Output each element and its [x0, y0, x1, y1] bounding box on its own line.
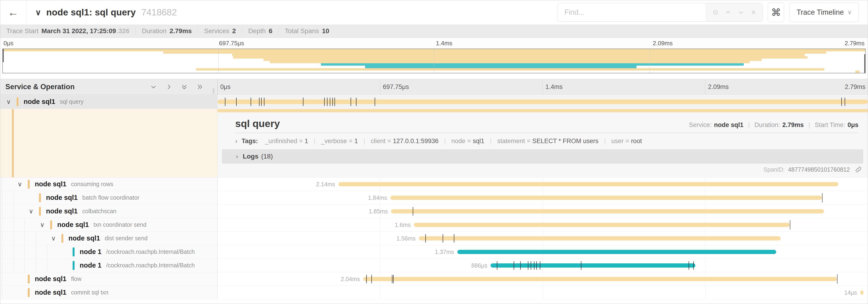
operation-name: consuming rows [71, 181, 113, 188]
log-marker [251, 98, 251, 106]
tags-accordion[interactable]: › Tags: _unfinished=1|_verbose=1|client=… [217, 137, 868, 145]
expand-all-icon[interactable] [196, 83, 203, 90]
span-bar[interactable] [363, 277, 837, 281]
tree-chevron-icon[interactable]: ∨ [29, 208, 39, 215]
minimap-left-handle[interactable] [3, 49, 4, 62]
span-bar[interactable] [419, 236, 781, 240]
log-marker [514, 261, 514, 270]
view-selector-button[interactable]: Trace Timeline ∨ [789, 3, 859, 22]
indent-guide [2, 109, 2, 177]
back-button[interactable]: ← [0, 0, 26, 25]
span-timeline-cell: 1.37ms [217, 245, 868, 259]
timeline-section: Service & Operation ∥ 0μs 697.75μs 1.4ms… [0, 79, 868, 299]
logs-accordion[interactable]: › Logs (18) [222, 149, 863, 163]
span-timeline-cell: 14μs [217, 286, 868, 299]
log-marker [531, 261, 531, 270]
timeline-column-line [217, 218, 218, 231]
log-marker [454, 234, 454, 243]
deep-link-icon[interactable] [855, 166, 862, 173]
span-bar[interactable] [860, 291, 864, 295]
tag-separator: | [444, 138, 446, 144]
timeline-column-line [217, 177, 218, 191]
minimap-canvas[interactable] [2, 48, 866, 73]
span-tree-item[interactable]: ∨node sql1dist sender send [0, 232, 217, 245]
log-marker [261, 98, 261, 106]
indent-guide [2, 245, 2, 259]
start-time-meta-label: Start Time: [815, 122, 845, 129]
tree-chevron-icon[interactable]: ∨ [18, 180, 28, 188]
tag-key: statement [497, 138, 525, 144]
span-tree-item[interactable]: ∨node sql1consuming rows [0, 177, 217, 191]
service-name: node sql1 [46, 194, 78, 202]
tags-label: Tags: [242, 138, 258, 145]
tree-chevron-icon[interactable]: ∨ [51, 235, 61, 242]
collapse-all-icon[interactable] [181, 83, 188, 90]
span-tree-item[interactable]: node 1/cockroach.roachpb.Internal/Batch [0, 259, 217, 272]
span-bar[interactable] [338, 182, 838, 186]
minimap-span-bar [856, 70, 860, 73]
indent-guide [36, 245, 36, 259]
find-prev-icon[interactable] [724, 9, 732, 16]
log-marker [520, 261, 521, 270]
find-input[interactable] [557, 3, 706, 22]
span-tree-item[interactable]: ∨node sql1txn coordinator send [0, 218, 217, 232]
duration-meta-value: 2.79ms [782, 122, 804, 129]
duration-meta-label: Duration: [754, 122, 780, 129]
span-bar[interactable] [414, 223, 790, 227]
indent-guide [2, 205, 2, 218]
operation-name: txn coordinator send [93, 221, 147, 228]
trace-collapse-chevron-icon[interactable]: ∨ [35, 8, 41, 17]
span-timeline-cell: 1.85ms [217, 205, 868, 218]
operation-name: /cockroach.roachpb.Internal/Batch [106, 262, 194, 269]
span-tree-item[interactable]: node sql1commit sql txn [0, 286, 217, 299]
span-bar[interactable] [491, 263, 695, 268]
service-name: node sql1 [35, 180, 66, 188]
span-bar[interactable] [457, 250, 776, 254]
find-clear-icon[interactable] [750, 9, 757, 15]
span-tree-item[interactable]: ∨node sql1sql query [0, 95, 217, 109]
span-row: ∨node sql1colbatchscan1.85ms [0, 205, 868, 218]
tag-separator: | [490, 138, 492, 144]
span-timeline-cell [217, 95, 868, 109]
minimap-tick-2: 1.4ms [436, 40, 453, 47]
log-marker [841, 98, 842, 106]
tree-chevron-icon[interactable]: ∨ [40, 221, 50, 229]
minimap-right-handle[interactable] [864, 54, 865, 73]
span-tree-item[interactable]: node sql1batch flow coordinator [0, 191, 217, 205]
locate-icon[interactable] [712, 9, 719, 16]
ruler-line [705, 79, 706, 94]
service-name: node sql1 [35, 289, 66, 296]
span-id-label: SpanID: [764, 166, 785, 173]
column-resizer-grip[interactable]: ∥ [212, 87, 215, 94]
find-next-icon[interactable] [737, 9, 744, 16]
log-marker [528, 261, 528, 270]
keyboard-shortcuts-button[interactable]: ⌘ [768, 3, 784, 22]
collapse-one-icon[interactable] [150, 83, 157, 90]
log-marker [335, 98, 335, 106]
span-bar[interactable] [391, 209, 824, 213]
indent-guide [2, 259, 2, 272]
log-marker [324, 98, 325, 106]
span-bar[interactable] [217, 99, 868, 104]
span-row: ∨node sql1sql query [0, 95, 868, 109]
span-tree-item[interactable]: node sql1flow [0, 272, 217, 286]
span-bar[interactable] [390, 196, 822, 200]
timeline-column-line [217, 205, 218, 218]
minimap-span-bar [163, 52, 826, 54]
indent-guide [2, 191, 2, 204]
span-duration-label: 1.84ms [368, 194, 390, 201]
log-marker [236, 98, 237, 106]
span-tree-item[interactable]: node 1/cockroach.roachpb.Internal/Batch [0, 245, 217, 259]
span-tree-item[interactable]: ∨node sql1colbatchscan [0, 205, 217, 218]
end-marker [837, 274, 838, 284]
tag-key: client [371, 138, 385, 144]
log-marker [425, 234, 426, 243]
tree-chevron-icon[interactable]: ∨ [6, 98, 17, 105]
depth-item: Depth 6 [242, 27, 279, 35]
ruler-line [380, 79, 380, 94]
service-name: node 1 [80, 248, 101, 256]
indent-guide [2, 286, 2, 299]
indent-guide [47, 245, 47, 259]
expand-one-icon[interactable] [165, 83, 173, 90]
span-detail-title-row: sql query Service: node sql1 | Duration:… [217, 118, 868, 129]
